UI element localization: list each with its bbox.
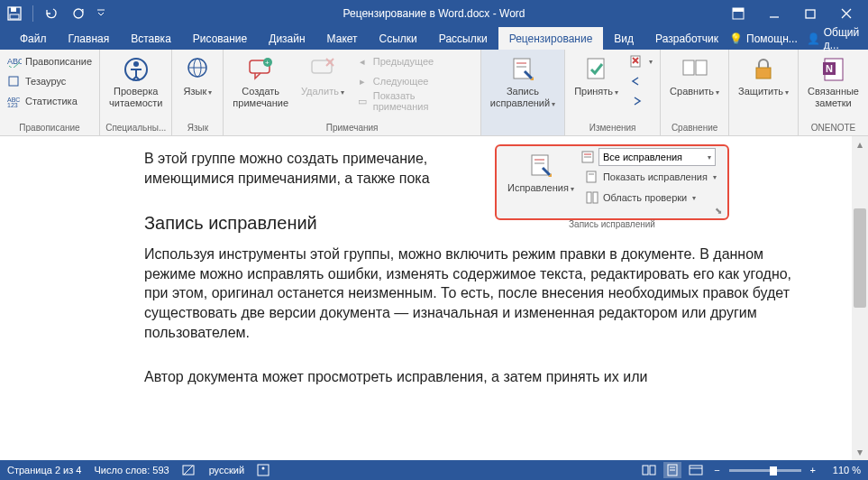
svg-rect-53 <box>650 466 655 475</box>
prev-change-icon <box>629 74 644 88</box>
zoom-slider[interactable] <box>729 469 801 472</box>
status-page[interactable]: Страница 2 из 4 <box>7 465 81 475</box>
next-change-button[interactable] <box>626 91 656 111</box>
zoom-minus-icon[interactable]: − <box>710 465 723 475</box>
delete-comment-button[interactable]: Удалить▾ <box>296 51 350 122</box>
new-comment-button[interactable]: + Создать примечание <box>227 51 294 122</box>
track-changes-button[interactable]: Запись исправлений▾ <box>485 51 561 122</box>
qat-customize-icon[interactable] <box>95 3 107 24</box>
maximize-icon[interactable] <box>792 1 828 26</box>
svg-rect-46 <box>587 192 591 203</box>
tab-insert[interactable]: Вставка <box>120 27 182 50</box>
share-button[interactable]: 👤Общий д... <box>807 26 861 51</box>
group-comments: + Создать примечание Удалить▾ ◂Предыдуще… <box>224 50 480 135</box>
language-button[interactable]: Язык▾ <box>176 51 219 122</box>
group-label-comments: Примечания <box>227 122 476 134</box>
svg-rect-52 <box>643 466 648 475</box>
track-changes-icon <box>508 55 537 84</box>
previous-change-button[interactable] <box>626 71 656 91</box>
thesaurus-icon <box>7 74 22 88</box>
check-accessibility-button[interactable]: Проверка читаемости <box>104 51 168 122</box>
tab-view[interactable]: Вид <box>603 27 644 50</box>
tab-developer[interactable]: Разработчик <box>644 27 729 50</box>
next-change-icon <box>629 94 644 108</box>
tab-design[interactable]: Дизайн <box>258 27 315 50</box>
show-markup-button[interactable]: Показать исправления▾ <box>581 167 720 187</box>
track-changes-button-callout[interactable]: Исправления▾ <box>502 148 580 218</box>
display-for-review-icon <box>581 150 596 164</box>
accept-button[interactable]: Принять▾ <box>569 51 624 122</box>
group-onenote: N Связанные заметки ONENOTE <box>799 50 868 135</box>
zoom-plus-icon[interactable]: + <box>807 465 819 475</box>
svg-rect-1 <box>11 7 16 12</box>
minimize-icon[interactable] <box>756 1 792 26</box>
compare-button[interactable]: Сравнить▾ <box>664 51 725 122</box>
dialog-launcher-icon[interactable]: ⬊ <box>715 206 726 217</box>
thesaurus-button[interactable]: Тезаурус <box>4 71 96 91</box>
status-word-count[interactable]: Число слов: 593 <box>94 465 169 475</box>
display-for-review-dropdown[interactable]: Все исправления▾ <box>598 148 716 166</box>
lightbulb-icon: 💡 <box>729 32 743 45</box>
status-proofing-icon[interactable] <box>182 464 196 476</box>
spelling-button[interactable]: ABCПравописание <box>4 51 96 71</box>
word-count-button[interactable]: ABC123Статистика <box>4 91 96 111</box>
lock-icon <box>749 55 778 84</box>
group-proofing: ABCПравописание Тезаурус ABC123Статистик… <box>0 50 100 135</box>
tab-layout[interactable]: Макет <box>316 27 369 50</box>
status-language[interactable]: русский <box>209 465 244 475</box>
zoom-level[interactable]: 110 % <box>825 465 861 475</box>
scroll-thumb[interactable] <box>854 208 866 308</box>
group-label-accessibility: Специальны... <box>104 122 168 134</box>
tab-draw[interactable]: Рисование <box>182 27 258 50</box>
group-language: Язык▾ Язык <box>172 50 224 135</box>
accessibility-icon <box>122 55 151 84</box>
status-accessibility-icon[interactable] <box>257 464 270 476</box>
scroll-up-icon[interactable]: ▴ <box>852 136 868 152</box>
tab-review[interactable]: Рецензирование <box>498 27 604 50</box>
spelling-icon: ABC <box>7 54 22 69</box>
group-changes: Принять▾ ▾ Изменения <box>565 50 661 135</box>
prev-icon: ◂ <box>355 54 370 69</box>
tracking-callout: Исправления▾ Все исправления▾ Показать и… <box>495 144 729 220</box>
group-label-proofing: Правописание <box>4 122 96 134</box>
tab-mailings[interactable]: Рассылки <box>428 27 498 50</box>
tab-references[interactable]: Ссылки <box>369 27 428 50</box>
svg-rect-2 <box>10 14 19 19</box>
next-comment-button[interactable]: ▸Следующее <box>352 71 477 91</box>
protect-button[interactable]: Защитить▾ <box>733 51 794 122</box>
word-count-icon: ABC123 <box>7 94 22 108</box>
web-layout-icon[interactable] <box>687 462 705 478</box>
undo-icon[interactable] <box>41 3 62 24</box>
group-protect: Защитить▾ <box>729 50 799 135</box>
svg-rect-34 <box>756 68 771 78</box>
window-controls <box>720 1 864 26</box>
vertical-scrollbar[interactable]: ▴ ▾ <box>852 136 868 460</box>
compare-icon <box>681 55 709 84</box>
reviewing-pane-button[interactable]: Область проверки▾ <box>581 188 720 208</box>
ribbon-display-icon[interactable] <box>720 1 756 26</box>
ribbon-panel: ABCПравописание Тезаурус ABC123Статистик… <box>0 50 868 136</box>
new-comment-icon: + <box>246 55 275 84</box>
svg-rect-57 <box>690 466 702 475</box>
window-title: Рецензирование в Word.docx - Word <box>343 7 525 20</box>
reject-button[interactable]: ▾ <box>626 51 656 71</box>
tab-home[interactable]: Главная <box>58 27 121 50</box>
scroll-down-icon[interactable]: ▾ <box>852 444 868 460</box>
previous-comment-button[interactable]: ◂Предыдущее <box>352 51 477 71</box>
callout-group-label: Запись исправлений <box>502 218 722 230</box>
close-icon[interactable] <box>828 1 864 26</box>
tab-file[interactable]: Файл <box>9 27 58 50</box>
svg-text:+: + <box>265 59 270 67</box>
group-compare: Сравнить▾ Сравнение <box>661 50 729 135</box>
redo-icon[interactable] <box>68 3 89 24</box>
read-mode-icon[interactable] <box>640 462 658 478</box>
onenote-icon: N <box>819 55 848 84</box>
show-comments-button[interactable]: ▭Показать примечания <box>352 91 477 111</box>
save-icon[interactable] <box>4 3 25 24</box>
linked-notes-button[interactable]: N Связанные заметки <box>802 51 864 122</box>
help-button[interactable]: 💡Помощн... <box>729 32 798 45</box>
svg-point-51 <box>262 467 265 470</box>
print-layout-icon[interactable] <box>663 462 681 478</box>
statusbar: Страница 2 из 4 Число слов: 593 русский … <box>0 460 868 480</box>
quick-access-toolbar <box>4 3 107 24</box>
